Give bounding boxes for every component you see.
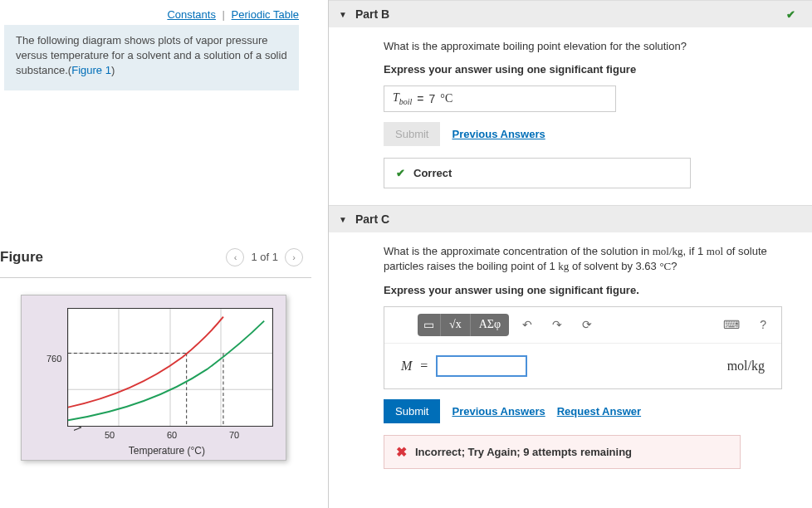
vapor-pressure-plot: Vapor pressure (mmHg) Temperature (°C) 7… bbox=[21, 295, 286, 461]
plot-svg bbox=[68, 309, 272, 426]
request-answer-link[interactable]: Request Answer bbox=[557, 405, 641, 418]
prev-figure-button[interactable]: ‹ bbox=[226, 248, 244, 266]
x-axis-label: Temperature (°C) bbox=[129, 445, 205, 457]
part-b-submit-button: Submit bbox=[384, 122, 440, 146]
figure-nav: ‹ 1 of 1 › bbox=[226, 248, 303, 266]
variable-M: M bbox=[401, 359, 412, 374]
greek-button[interactable]: ΑΣφ bbox=[471, 314, 509, 336]
answer-toolbar-box: ▭ √x ΑΣφ ↶ ↷ ⟳ ⌨ ? M = mol/kg bbox=[384, 306, 782, 389]
equals: = bbox=[417, 92, 423, 105]
part-b-title: Part B bbox=[355, 7, 389, 21]
intro-box: The following diagram shows plots of vap… bbox=[4, 25, 299, 90]
feedback-text: Incorrect; Try Again; 9 attempts remaini… bbox=[415, 446, 632, 458]
part-b-answer-box: Tboil = 7 °C bbox=[384, 85, 616, 112]
part-c-title: Part C bbox=[355, 212, 389, 226]
solution-curve bbox=[68, 320, 264, 420]
intro-text-end: ) bbox=[111, 64, 115, 76]
solvent-curve bbox=[68, 316, 223, 407]
periodic-table-link[interactable]: Periodic Table bbox=[232, 8, 299, 21]
part-b-unit: °C bbox=[440, 92, 452, 105]
feedback-text: Correct bbox=[413, 167, 452, 179]
formula-toolbar: ▭ √x ΑΣφ ↶ ↷ ⟳ ⌨ ? bbox=[384, 307, 781, 344]
part-c-body: What is the approximate concentration of… bbox=[329, 232, 812, 486]
part-b-question: What is the approximate boiling point el… bbox=[384, 39, 797, 54]
plot-area bbox=[67, 308, 273, 427]
part-c-previous-answers-link[interactable]: Previous Answers bbox=[452, 405, 545, 418]
reset-icon[interactable]: ⟳ bbox=[575, 315, 599, 335]
redo-icon[interactable]: ↷ bbox=[545, 315, 569, 335]
help-icon[interactable]: ? bbox=[753, 315, 773, 335]
part-b-value: 7 bbox=[429, 92, 436, 105]
divider bbox=[0, 277, 311, 278]
part-c-unit: mol/kg bbox=[727, 359, 765, 374]
part-b-header[interactable]: ▼ Part B ✔ bbox=[329, 0, 812, 27]
check-icon: ✔ bbox=[396, 167, 405, 179]
constants-link[interactable]: Constants bbox=[167, 8, 216, 21]
part-c-feedback: ✖ Incorrect; Try Again; 9 attempts remai… bbox=[384, 435, 741, 469]
separator: | bbox=[223, 8, 225, 21]
part-b-body: What is the approximate boiling point el… bbox=[329, 27, 812, 205]
part-c-answer-row: M = mol/kg bbox=[384, 344, 781, 388]
template-button[interactable]: ▭ bbox=[418, 314, 441, 336]
undo-icon[interactable]: ↶ bbox=[516, 315, 539, 335]
keyboard-icon[interactable]: ⌨ bbox=[717, 315, 746, 335]
y-tick: 760 bbox=[46, 354, 61, 364]
x-icon: ✖ bbox=[396, 444, 407, 460]
part-c-header[interactable]: ▼ Part C bbox=[329, 205, 812, 232]
check-icon: ✔ bbox=[786, 8, 795, 21]
part-c-instruction: Express your answer using one significan… bbox=[384, 283, 797, 298]
figure-header: Figure ‹ 1 of 1 › bbox=[0, 248, 311, 271]
figure-title: Figure bbox=[0, 249, 43, 266]
part-b-previous-answers-link[interactable]: Previous Answers bbox=[452, 128, 545, 140]
caret-down-icon: ▼ bbox=[339, 215, 347, 224]
figure-counter: 1 of 1 bbox=[251, 251, 278, 263]
x-tick: 70 bbox=[229, 430, 239, 440]
x-tick: 50 bbox=[105, 430, 115, 440]
top-links: Constants | Periodic Table bbox=[0, 0, 311, 25]
variable-T: Tboil bbox=[393, 91, 412, 106]
next-figure-button[interactable]: › bbox=[285, 248, 303, 266]
part-b-feedback: ✔ Correct bbox=[384, 158, 691, 188]
part-c-answer-input[interactable] bbox=[436, 355, 527, 377]
sqrt-button[interactable]: √x bbox=[441, 314, 471, 336]
figure-link[interactable]: Figure 1 bbox=[71, 64, 111, 76]
part-c-question: What is the approximate concentration of… bbox=[384, 244, 797, 274]
part-b-instruction: Express your answer using one significan… bbox=[384, 62, 797, 77]
x-tick: 60 bbox=[167, 430, 177, 440]
intro-text: The following diagram shows plots of vap… bbox=[16, 34, 287, 76]
equals: = bbox=[420, 359, 428, 374]
caret-down-icon: ▼ bbox=[339, 10, 347, 19]
part-c-submit-button[interactable]: Submit bbox=[384, 399, 440, 423]
